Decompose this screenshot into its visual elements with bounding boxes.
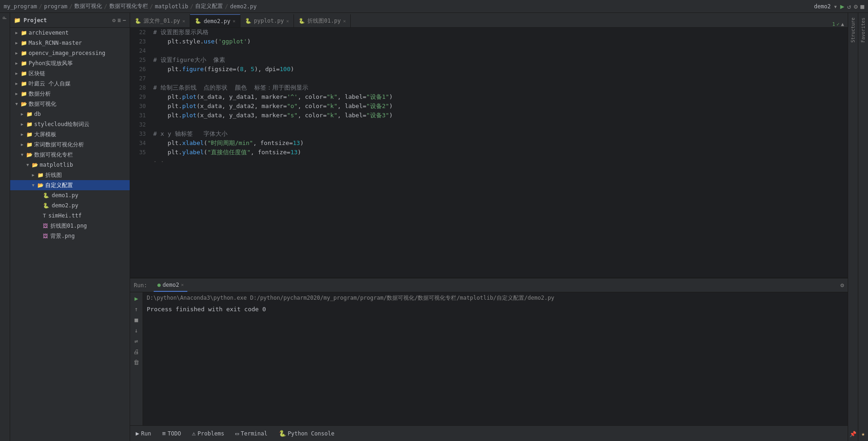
tree-item-simhei[interactable]: T simHei.ttf [10,211,130,221]
arrow-icon: ▼ [30,183,36,187]
tree-item-yetingyun[interactable]: ▶ 📁 叶庭云 个人自媒 [10,79,130,89]
tree-label: 数据可视化专栏 [34,151,73,159]
run-dropdown-icon[interactable]: ▾ [833,3,837,10]
line-number: 23 [130,37,153,46]
problems-toolbar-btn[interactable]: ⚠ Problems [190,429,226,438]
line-content[interactable]: plt.plot(x_data, y_data3, marker="s", co… [153,111,848,120]
tab-close-icon[interactable]: ✕ [343,18,346,24]
tab-yuanwenjian[interactable]: 🐍 源文件_01.py ✕ [130,14,190,27]
breadcrumb-item-1[interactable]: my_program [4,3,37,10]
reload-button-icon[interactable]: ↺ [847,3,851,10]
tree-item-bigscreen[interactable]: ▶ 📁 大屏模板 [10,129,130,139]
stop-button-icon[interactable]: ■ [861,3,864,10]
run-print-icon[interactable]: 🖨 [132,347,140,356]
sidebar-gear-icon[interactable]: ≡ [118,17,121,24]
py-tab-icon: 🐍 [245,18,251,24]
code-span: , [337,103,341,109]
tree-item-dataviz[interactable]: ▼ 📂 数据可视化 [10,99,130,109]
tree-item-blockchain[interactable]: ▶ 📁 区块链 [10,68,130,79]
check-count: 1 [832,21,835,27]
code-span: = [283,93,287,100]
code-span: ) [254,66,258,72]
run-play-icon[interactable]: ▶ [134,294,139,303]
line-content[interactable]: plt.xlabel("时间周期/min", fontsize=13) [153,139,848,148]
tree-item-zidingyi[interactable]: ▼ 📂 自定义配置 [10,180,130,190]
tree-label: Pyhon实现放风筝 [29,60,73,67]
tree-item-pyhon-fan[interactable]: ▶ 📁 Pyhon实现放风筝 [10,58,130,68]
code-span: . [179,103,182,109]
tree-item-dataviz-col[interactable]: ▼ 📂 数据可视化专栏 [10,150,130,160]
line-content[interactable]: plt.figure(figsize=(8, 5), dpi=100) [153,65,848,74]
tab-zhexian01[interactable]: 🐍 折线图01.py ✕ [294,14,351,27]
project-tool-icon[interactable]: P [1,15,8,21]
breadcrumb-item-5[interactable]: matplotlib [155,3,188,10]
tree-item-beijing-img[interactable]: 🖼 背景.png [10,231,130,241]
tree-item-songci[interactable]: ▶ 📁 宋词数据可视化分析 [10,139,130,150]
folder-icon: 📁 [21,40,27,46]
line-content[interactable]: plt.style.use('ggplot') [153,37,848,46]
structure-label[interactable]: Structure [850,18,856,42]
breadcrumb-item-3[interactable]: 数据可视化 [74,2,102,10]
code-span: , [254,112,258,119]
tree-item-dataanalysis[interactable]: ▶ 📁 数据分析 [10,89,130,99]
code-span: "k" [327,93,337,100]
breadcrumb-item-4[interactable]: 数据可视化专栏 [109,2,148,10]
run-scroll-down-icon[interactable]: ↓ [134,326,139,335]
tree-item-zhexian01-img[interactable]: 🖼 折线图01.png [10,221,130,231]
structure-pin-icon[interactable]: 📌 [850,430,856,441]
tree-item-matplotlib[interactable]: ▼ 📂 matplotlib [10,160,130,170]
line-content[interactable]: plt.plot(x_data, y_data1, marker='^', co… [153,92,848,102]
sidebar-settings-icon[interactable]: ⚙ [112,17,115,24]
code-line-29: 29 plt.plot(x_data, y_data1, marker='^',… [130,92,848,102]
line-content[interactable]: # 绘制三条折线 点的形状 颜色 标签：用于图例显示 [153,83,848,92]
breadcrumb-item-7[interactable]: demo2.py [230,3,257,10]
line-content[interactable]: # 设置figure大小 像素 [153,55,848,65]
tree-item-zhexian[interactable]: ▶ 📁 折线图 [10,170,130,180]
run-button-icon[interactable]: ▶ [840,2,844,11]
tree-item-opencv[interactable]: ▶ 📁 opencv_image_processing [10,48,130,58]
line-content[interactable]: plt.ylabel("直接信任度值", fontsize=13) [153,148,848,157]
code-span: = [276,66,280,72]
line-content[interactable]: # 设置图形显示风格 [153,28,848,37]
tab-pyplot[interactable]: 🐍 pyplot.py ✕ [240,14,294,27]
bottom-tab-close-icon[interactable]: ✕ [181,282,184,287]
line-content[interactable]: plt.plot(x_data, y_data2, marker="o", co… [153,102,848,111]
todo-toolbar-btn[interactable]: ≡ TODO [161,429,183,438]
python-console-toolbar-btn[interactable]: 🐍 Python Console [277,429,336,438]
tree-item-stylecloud[interactable]: ▶ 📁 stylecloud绘制词云 [10,119,130,129]
run-stop-icon[interactable]: ■ [134,315,139,324]
project-folder-icon: 📁 [14,17,21,24]
tab-close-icon[interactable]: ✕ [233,18,235,24]
line-content[interactable]: # x y 轴标签 字体大小 [153,129,848,139]
tab-close-icon[interactable]: ✕ [182,18,185,24]
tree-item-db[interactable]: ▶ 📁 db [10,109,130,119]
code-editor[interactable]: 22 # 设置图形显示风格 23 plt.style.use('ggplot')… [130,28,848,278]
tab-demo2[interactable]: 🐍 demo2.py ✕ [190,14,240,27]
run-toolbar-btn[interactable]: ▶ Run [134,429,153,438]
settings-button-icon[interactable]: ⚙ [854,3,857,10]
tab-close-icon[interactable]: ✕ [286,18,289,24]
breadcrumb-item-2[interactable]: program [44,3,67,10]
arrow-icon: ▶ [14,61,19,66]
code-span: '^' [287,93,298,100]
tree-item-demo1[interactable]: 🐍 demo1.py [10,190,130,200]
code-span: "设备2" [366,103,389,109]
run-scroll-up-icon[interactable]: ↑ [134,305,139,314]
run-wrap-icon[interactable]: ⇌ [134,337,139,345]
run-trash-icon[interactable]: 🗑 [132,358,140,367]
favorites-label[interactable]: Favorites [861,18,866,42]
folder-icon: 📁 [21,30,27,36]
code-span: = [323,112,327,119]
bottom-panel-settings-icon[interactable]: ⚙ [840,282,844,289]
tree-label: 数据分析 [29,90,51,98]
tree-item-demo2[interactable]: 🐍 demo2.py [10,200,130,211]
sidebar-collapse-icon[interactable]: − [123,17,126,24]
breadcrumb-item-6[interactable]: 自定义配置 [195,2,223,10]
terminal-toolbar-btn[interactable]: ▭ Terminal [233,429,269,438]
tree-item-archievement[interactable]: ▶ 📁 archievement [10,28,130,38]
sidebar-toolbar: ⚙ ≡ − [112,17,126,24]
code-span: = [323,93,327,100]
favorites-star-icon[interactable]: ★ [862,430,865,437]
bottom-tab-demo2[interactable]: ● demo2 ✕ [154,279,187,292]
tree-item-mask-rcnn[interactable]: ▶ 📁 Mask_RCNN-master [10,38,130,48]
